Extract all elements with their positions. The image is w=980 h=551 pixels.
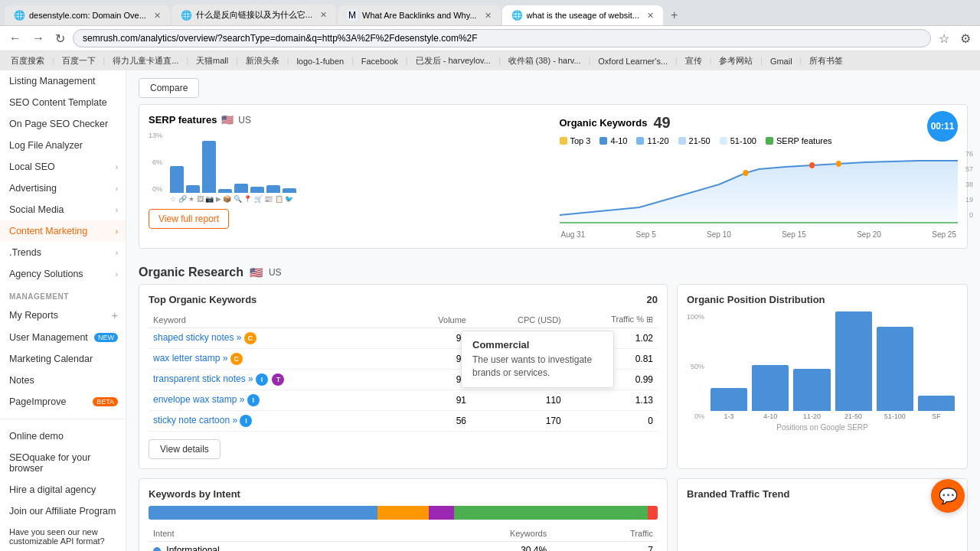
intent-col-traffic: Traffic [551,526,658,542]
keyword-link-5[interactable]: sticky note cartoon » [153,415,237,425]
bookmarks-bar: 百度搜索 | 百度一下 | 得力儿童卡通直... | 天猫mall | 新浪头条… [0,51,980,70]
intent-icon-informational: I [256,373,268,386]
bookmark-oxford[interactable]: Oxford Learner's... [593,55,672,67]
legend-21-50: 21-50 [678,136,710,145]
bookmark-harvey[interactable]: 已发后 - harveylov... [411,54,495,68]
sidebar-item-trends[interactable]: .Trends › [0,242,126,263]
legend-dot-51-100 [720,137,727,145]
x-label-aug31: Aug 31 [561,230,586,239]
bookmark-button[interactable]: ☆ [936,30,952,47]
position-y-axis: 100% 50% 0% [687,313,704,420]
branded-traffic-section: Branded Traffic Trend [677,469,968,551]
sidebar-item-notes[interactable]: Notes [0,370,126,391]
keyword-link-3[interactable]: transparent stick notes » [153,373,253,384]
new-tab-button[interactable]: + [665,5,684,25]
intent-kw-count: 30.4% [399,542,552,552]
tab-close-4[interactable]: ✕ [647,11,654,21]
tab-favicon-1: 🌐 [14,10,24,21]
data-point [809,162,815,168]
tab-2[interactable]: 🌐 什么是反向链接以及为什么它... ✕ [172,5,336,25]
sidebar-item-online-demo[interactable]: Online demo [0,425,126,447]
view-full-report-button[interactable]: View full report [149,209,229,229]
beta-badge: BETA [93,397,118,406]
browser-tabs: 🌐 desenstyle.com: Domain Ove... ✕ 🌐 什么是反… [0,0,980,25]
x-label-sep15: Sep 15 [782,230,806,239]
legend-4-10: 4-10 [599,136,627,145]
legend-label-4-10: 4-10 [610,136,627,145]
bookmark-baidu-search[interactable]: 百度搜索 [6,54,49,68]
sidebar-item-log-file[interactable]: Log File Analyzer [0,135,126,156]
add-report-icon[interactable]: + [112,309,118,321]
sidebar-item-advertising[interactable]: Advertising › [0,178,126,199]
keywords-panel-header: Top Organic Keywords 20 [149,294,658,305]
bookmark-inbox[interactable]: 收件箱 (38) - harv... [504,54,586,68]
keyword-link-4[interactable]: envelope wax stamp » [153,394,244,405]
chat-button[interactable]: 💬 [931,479,965,513]
serp-bars [170,132,547,193]
tab-1[interactable]: 🌐 desenstyle.com: Domain Ove... ✕ [5,5,170,25]
sidebar-item-api[interactable]: Have you seen our new customizable API f… [0,522,126,551]
sidebar-item-pageimprove[interactable]: PageImprove BETA [0,391,126,412]
sidebar-item-my-reports[interactable]: My Reports + [0,304,126,327]
keyword-link-2[interactable]: wax letter stamp » [153,353,227,364]
bookmark-logo[interactable]: logo-1-fuben [292,55,348,67]
bookmark-deli[interactable]: 得力儿童卡通直... [108,54,183,68]
reload-button[interactable]: ↻ [52,30,68,47]
tab-4[interactable]: 🌐 what is the useage of websit... ✕ [502,5,663,25]
sidebar-item-user-management[interactable]: User Management NEW [0,327,126,348]
bookmark-baidu-1[interactable]: 百度一下 [57,54,100,68]
intent-seg-informational [149,506,377,520]
bookmark-all[interactable]: 所有书签 [805,54,848,68]
sidebar-item-seoquake[interactable]: SEOquake for your browser [0,447,126,479]
address-bar: ← → ↻ ☆ ⚙ [0,25,980,51]
tab-3[interactable]: M What Are Backlinks and Why... ✕ [338,5,501,25]
pos-bar-1-3 [710,388,747,411]
sidebar-item-affiliate[interactable]: Join our Affiliate Program [0,500,126,522]
bookmark-facebook[interactable]: Facebook [357,55,403,67]
tab-close-1[interactable]: ✕ [154,11,161,21]
keyword-link-1[interactable]: shaped sticky notes » [153,332,241,343]
intent-seg-other [648,506,658,520]
kw-cell-2: wax letter stamp » C [149,349,403,370]
tab-favicon-4: 🌐 [511,10,522,21]
sidebar-item-content-marketing[interactable]: Content Marketing › [0,220,126,242]
view-details-button[interactable]: View details [149,439,220,459]
sidebar-label-notes: Notes [9,375,34,386]
back-button[interactable]: ← [6,30,24,47]
bookmark-sina[interactable]: 新浪头条 [241,54,284,68]
organic-research-columns: Top Organic Keywords 20 Keyword Volume C… [139,284,968,469]
bookmark-tmall[interactable]: 天猫mall [191,54,233,68]
extensions-button[interactable]: ⚙ [957,30,974,47]
chevron-right-icon: › [116,163,118,171]
position-bars: 1-3 4-10 11-20 [707,313,958,420]
bookmark-gmail[interactable]: Gmail [766,55,797,67]
tab-title-4: what is the useage of websit... [527,11,639,20]
address-input[interactable] [73,29,931,47]
col-traffic: Traffic % ⊞ [566,311,658,328]
pos-group-4-10: 4-10 [752,365,789,420]
legend-11-20: 11-20 [636,136,668,145]
sidebar-label-marketing-calendar: Marketing Calendar [9,354,93,364]
sidebar-item-local-seo[interactable]: Local SEO › [0,156,126,178]
intent-table: Intent Keywords Traffic Informational [149,526,658,551]
organic-keywords-title: Organic Keywords [560,117,648,129]
tab-close-3[interactable]: ✕ [485,11,492,21]
keywords-panel: Top Organic Keywords 20 Keyword Volume C… [139,284,668,469]
sidebar-label-user-management: User Management [9,332,88,343]
sidebar-item-listing-management[interactable]: Listing Management [0,70,126,92]
sidebar-item-social-media[interactable]: Social Media › [0,199,126,220]
compare-button[interactable]: Compare [139,78,199,98]
x-label-sep10: Sep 10 [707,230,731,239]
sidebar-item-marketing-calendar[interactable]: Marketing Calendar [0,348,126,370]
sidebar-item-hire-agency[interactable]: Hire a digital agency [0,479,126,500]
bookmark-promo[interactable]: 宣传 [681,54,707,68]
bookmark-ref[interactable]: 参考网站 [714,54,757,68]
pos-label-11-20: 11-20 [803,412,821,420]
forward-button[interactable]: → [29,30,47,47]
tab-close-2[interactable]: ✕ [320,10,327,20]
sidebar-item-seo-content[interactable]: SEO Content Template [0,92,126,113]
sidebar-item-on-page[interactable]: On Page SEO Checker [0,113,126,135]
sidebar-item-agency-solutions[interactable]: Agency Solutions › [0,263,126,285]
kw-cell-4: envelope wax stamp » I [149,390,403,411]
x-label-sep25: Sep 25 [932,230,956,239]
